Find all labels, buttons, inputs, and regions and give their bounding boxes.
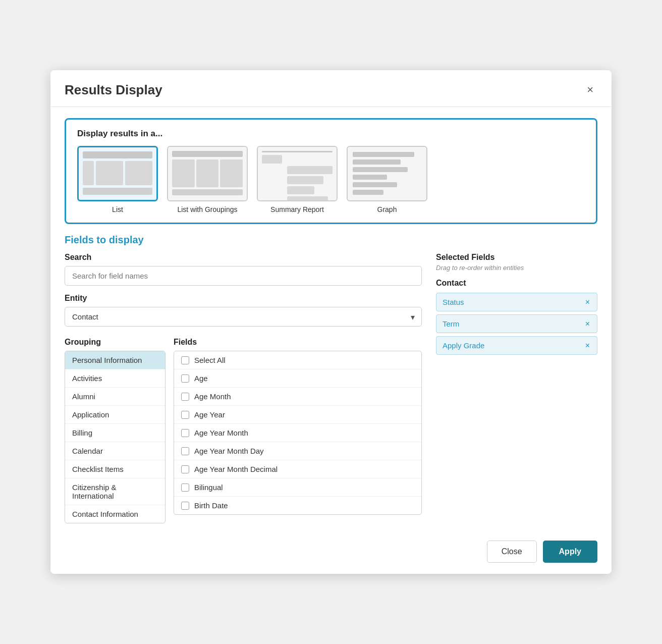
field-name: Birth Date: [194, 501, 228, 510]
field-name: Age Year Month Day: [194, 447, 264, 455]
display-type-list[interactable]: List: [77, 146, 158, 213]
chip-label: Status: [443, 298, 464, 306]
grouping-item[interactable]: Alumni: [65, 388, 165, 406]
age-checkbox[interactable]: [181, 374, 189, 383]
grouping-fields-row: Grouping Personal Information Activities…: [65, 338, 422, 523]
modal-footer: Close Apply: [50, 531, 612, 574]
field-name: Select All: [194, 356, 226, 364]
field-item[interactable]: Select All: [174, 351, 421, 369]
field-name: Age: [194, 374, 208, 383]
results-display-modal: Results Display × Display results in a..…: [50, 70, 612, 574]
selected-field-chip-term[interactable]: Term ×: [436, 314, 597, 333]
age-year-month-checkbox[interactable]: [181, 429, 189, 437]
display-type-list-groupings[interactable]: List with Groupings: [167, 146, 248, 213]
display-type-label: Display results in a...: [77, 129, 585, 139]
field-name: Age Year Month Decimal: [194, 465, 278, 473]
chip-close-apply-grade[interactable]: ×: [584, 342, 591, 350]
close-icon-button[interactable]: ×: [583, 81, 597, 98]
age-year-month-decimal-checkbox[interactable]: [181, 465, 189, 473]
summary-report-label: Summary Report: [270, 205, 324, 213]
grouping-item[interactable]: Calendar: [65, 442, 165, 460]
selected-fields-hint: Drag to re-order within entities: [436, 264, 597, 272]
entity-select-wrapper: Contact Application Alumni Billing ▾: [65, 307, 422, 327]
grouping-item[interactable]: Activities: [65, 369, 165, 388]
fields-list: Select All Age Age Month: [174, 351, 422, 515]
display-type-options: List List with Groupings: [77, 146, 585, 213]
chip-label: Term: [443, 319, 459, 328]
bilingual-checkbox[interactable]: [181, 484, 189, 492]
field-item[interactable]: Age Year Month: [174, 424, 421, 442]
grouping-list: Personal Information Activities Alumni A…: [65, 351, 165, 523]
apply-button[interactable]: Apply: [543, 541, 597, 563]
selected-field-chip-status[interactable]: Status ×: [436, 293, 597, 311]
age-year-month-day-checkbox[interactable]: [181, 447, 189, 455]
selected-entity-title: Contact: [436, 279, 597, 288]
fields-section-title: Fields to display: [65, 234, 597, 246]
search-input[interactable]: [65, 266, 422, 286]
selected-field-chip-apply-grade[interactable]: Apply Grade ×: [436, 336, 597, 355]
grouping-label: Grouping: [65, 338, 165, 347]
chip-close-status[interactable]: ×: [584, 298, 591, 306]
left-column: Search Entity Contact Application Alumni…: [65, 253, 422, 523]
entity-label: Entity: [65, 294, 422, 303]
field-item[interactable]: Birth Date: [174, 497, 421, 514]
age-month-checkbox[interactable]: [181, 393, 189, 401]
grouping-item[interactable]: Billing: [65, 424, 165, 442]
field-item[interactable]: Age Year Month Decimal: [174, 460, 421, 478]
field-name: Age Month: [194, 392, 231, 401]
field-item[interactable]: Age Month: [174, 388, 421, 406]
field-item[interactable]: Age Year: [174, 406, 421, 424]
grouping-item[interactable]: Citizenship & International: [65, 478, 165, 505]
grouping-item[interactable]: Application: [65, 406, 165, 424]
chip-label: Apply Grade: [443, 341, 484, 350]
age-year-checkbox[interactable]: [181, 411, 189, 419]
field-name: Age Year: [194, 410, 225, 419]
field-item[interactable]: Bilingual: [174, 478, 421, 497]
display-type-summary-report[interactable]: Summary Report: [257, 146, 338, 213]
fields-label: Fields: [174, 338, 422, 347]
birth-date-checkbox[interactable]: [181, 502, 189, 510]
summary-report-icon: [257, 146, 338, 201]
fields-column: Fields Select All Age: [174, 338, 422, 523]
entity-select[interactable]: Contact Application Alumni Billing: [65, 307, 422, 327]
grouping-item[interactable]: Personal Information: [65, 351, 165, 369]
list-label: List: [112, 205, 123, 213]
list-groupings-icon: [167, 146, 248, 201]
modal-header: Results Display ×: [50, 70, 612, 107]
display-type-box: Display results in a... List: [65, 118, 597, 224]
modal-body: Display results in a... List: [50, 107, 612, 523]
grouping-item[interactable]: Contact Information: [65, 505, 165, 523]
fields-layout: Search Entity Contact Application Alumni…: [65, 253, 597, 523]
modal-title: Results Display: [65, 82, 162, 98]
display-type-graph[interactable]: Graph: [347, 146, 427, 213]
field-name: Age Year Month: [194, 428, 248, 437]
search-label: Search: [65, 253, 422, 262]
list-icon: [77, 146, 158, 201]
right-column: Selected Fields Drag to re-order within …: [436, 253, 597, 523]
chip-close-term[interactable]: ×: [584, 320, 591, 328]
graph-label: Graph: [377, 205, 397, 213]
graph-icon: [347, 146, 427, 201]
list-groupings-label: List with Groupings: [177, 205, 237, 213]
close-button[interactable]: Close: [487, 541, 537, 563]
grouping-item[interactable]: Checklist Items: [65, 460, 165, 478]
field-item[interactable]: Age: [174, 369, 421, 388]
select-all-checkbox[interactable]: [181, 356, 189, 364]
grouping-column: Grouping Personal Information Activities…: [65, 338, 165, 523]
field-item[interactable]: Age Year Month Day: [174, 442, 421, 460]
field-name: Bilingual: [194, 483, 223, 492]
selected-fields-title: Selected Fields: [436, 253, 597, 262]
